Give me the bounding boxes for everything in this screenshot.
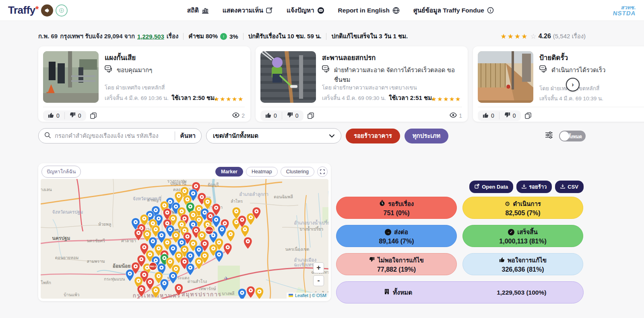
divider (243, 33, 244, 40)
report-card[interactable]: แผงกั้นเสีย ขอบคุณมากๆ โดย ฝ่ายเทศกิจ เข… (38, 46, 250, 122)
report-photo (43, 51, 99, 103)
view-count: 2 (242, 112, 245, 119)
map-place-label: อำเภอบางน้ำเปรี้ยว (294, 220, 328, 225)
total-reports-link[interactable]: 1,229,503 (137, 33, 164, 40)
status-pill-label: รอรับเรื่อง (388, 199, 414, 209)
check-circle-icon: ✓ (508, 229, 514, 235)
divider (175, 131, 175, 140)
status-pill-inprogress[interactable]: ⚙ ดำเนินการ 82,505 (7%) (462, 197, 583, 219)
crack-export-label: รอยร้าว (529, 183, 547, 191)
district-select[interactable]: เขต/สำนักทั้งหมด (206, 128, 341, 143)
map-place-label: ลำไทร (231, 199, 243, 204)
carousel-next-button[interactable]: › (566, 78, 580, 91)
osm-link[interactable]: © OSM (312, 293, 326, 298)
dislike-button[interactable]: 0 (500, 110, 521, 121)
status-pill-forwarded[interactable]: → ส่งต่อ 89,146 (7%) (336, 225, 457, 247)
praise-label: คำชม 80% (188, 31, 218, 41)
map-zoom-out-button[interactable]: - (313, 275, 324, 286)
open-data-button[interactable]: Open Data (469, 181, 513, 193)
globe-icon (392, 7, 400, 14)
search-button[interactable]: ค้นหา (180, 131, 196, 141)
copy-button[interactable] (90, 112, 97, 119)
report-comment: ดำเนินการได้รวดเร็ว (551, 65, 605, 75)
nav-feedback-label: แสดงความเห็น (223, 5, 263, 15)
map-place-label: บ้านแพ้ว (64, 292, 79, 297)
svg-text:✈: ✈ (224, 275, 229, 282)
status-pill-label: ส่งต่อ (394, 227, 408, 237)
map-place-label: ดอนฉิมพลี (274, 194, 293, 199)
map-place-label: จังหวัดนนทบุรี (133, 196, 161, 202)
report-stars: ★★★★★ (214, 96, 244, 103)
crack-export-button[interactable]: รอยร้าว (516, 181, 552, 193)
search-icon (44, 132, 51, 140)
chevron-down-icon (329, 132, 334, 139)
nav-report-label: แจ้งปัญหา (287, 5, 314, 15)
status-pill-value: 82,505 (7%) (505, 210, 540, 217)
dislike-button[interactable]: 0 (65, 110, 86, 121)
period-label: ก.พ. 69 (38, 31, 58, 41)
status-pill-done[interactable]: ✓ เสร็จสิ้น 1,000,113 (81%) (462, 225, 583, 247)
mode-clustering-button[interactable]: Clustering (281, 167, 314, 177)
nav-data-center[interactable]: ศูนย์ข้อมูล Traffy Fondue (413, 5, 494, 15)
nav-datacenter-label: ศูนย์ข้อมูล Traffy Fondue (413, 5, 484, 15)
nstda-logo[interactable]: สวทช. NSTDA (613, 5, 636, 16)
leaflet-map[interactable]: ✈ รางกระทุ่มบางเลนปทุมธานีคลองหลวงธัญบุร… (41, 179, 328, 299)
arrow-circle-icon: → (385, 229, 391, 235)
copy-button[interactable] (308, 112, 314, 119)
report-duration: ใช้เวลา 2:50 ชม. (171, 93, 216, 103)
report-title: สะพานลอยสกปรก (322, 52, 462, 63)
eye-icon (232, 112, 239, 119)
like-button[interactable]: 0 (478, 110, 499, 121)
status-pill-value: 89,146 (7%) (379, 238, 414, 245)
report-duration: ใช้เวลา 2:51 ชม. (389, 93, 433, 103)
recent-reports-carousel: แผงกั้นเสีย ขอบคุณมากๆ โดย ฝ่ายเทศกิจ เข… (38, 46, 644, 122)
nav-stats[interactable]: สถิติ (187, 5, 209, 15)
show-all-toggle[interactable]: ทั้งหมด (559, 131, 586, 141)
status-pill-total[interactable]: ทั้งหมด 1,229,503 (100%) (336, 281, 584, 303)
nav-english-label: Report in English (338, 7, 390, 14)
report-agency: โดย ฝ่ายเทศกิจ เขตหลักสี่ (539, 84, 644, 93)
nav-report-english[interactable]: Report in English (338, 7, 400, 14)
status-pill-satisfied[interactable]: พอใจการแก้ไข 326,636 (81%) (462, 253, 583, 275)
search-input[interactable] (55, 133, 172, 139)
thumbs-down-icon (287, 112, 293, 119)
eye-icon (450, 112, 457, 119)
like-count: 0 (491, 112, 494, 119)
fix-time: ปกติแก้ไขเสร็จใน 3 วัน 1 ชม. (331, 31, 408, 41)
nearby-issues-button[interactable]: ปัญหาใกล้ฉัน (41, 166, 81, 178)
search-box: ค้นหา (38, 128, 202, 143)
pm25-badge[interactable]: PM2.5 (205, 227, 213, 235)
fullscreen-button[interactable] (317, 166, 328, 177)
report-agency: โดย ฝ่ายรักษาความสะอาดฯ เขตบางเขน (322, 83, 462, 92)
brand-text: Traffy (8, 4, 35, 16)
status-pill-unsatisfied[interactable]: ไม่พอใจการแก้ไข 77,882 (19%) (336, 253, 457, 275)
like-button[interactable]: 0 (260, 110, 282, 121)
csv-export-button[interactable]: CSV (555, 181, 584, 193)
status-pill-pending[interactable]: รอรับเรื่อง 751 (0%) (336, 197, 457, 219)
report-card[interactable]: ป้ายติดรั้ว ดำเนินการได้รวดเร็ว โดย ฝ่าย… (473, 46, 644, 122)
open-data-label: Open Data (482, 184, 508, 190)
map-place-label: บางน้ำเปรี้ยว (300, 226, 324, 231)
traffy-logo[interactable]: Traffy* (8, 4, 68, 17)
filter-toolbar: ค้นหา เขต/สำนักทั้งหมด รอยร้าวอาคาร ทุกป… (38, 128, 586, 143)
nav-report-line[interactable]: แจ้งปัญหา (287, 5, 324, 15)
district-select-value: เขต/สำนักทั้งหมด (213, 131, 258, 141)
mode-marker-button[interactable]: Marker (215, 167, 243, 177)
like-button[interactable]: 0 (43, 110, 64, 121)
total-pill-value: 1,229,503 (100%) (460, 289, 584, 296)
building-crack-button[interactable]: รอยร้าวอาคาร (346, 129, 400, 143)
leaflet-link[interactable]: Leaflet (295, 293, 308, 298)
csv-export-label: CSV (568, 184, 578, 190)
pm25-badge[interactable]: PM2.5 (149, 262, 157, 270)
report-card[interactable]: สะพานลอยสกปรก ฝ่ายทำความสะอาด จัดการได้ร… (256, 46, 468, 122)
mode-heatmap-button[interactable]: Heatmap (246, 167, 278, 177)
map-zoom-in-button[interactable]: + (313, 262, 324, 273)
dislike-button[interactable]: 0 (282, 110, 303, 121)
all-types-button[interactable]: ทุกประเภท (405, 129, 449, 143)
thumbs-up-icon (48, 112, 54, 119)
status-pill-value: 1,000,113 (81%) (499, 238, 546, 245)
filter-sliders-icon[interactable] (545, 131, 553, 141)
copy-button[interactable] (525, 112, 531, 119)
nav-feedback[interactable]: แสดงความเห็น (223, 5, 273, 15)
status-pill-label: ไม่พอใจการแก้ไข (378, 256, 424, 265)
